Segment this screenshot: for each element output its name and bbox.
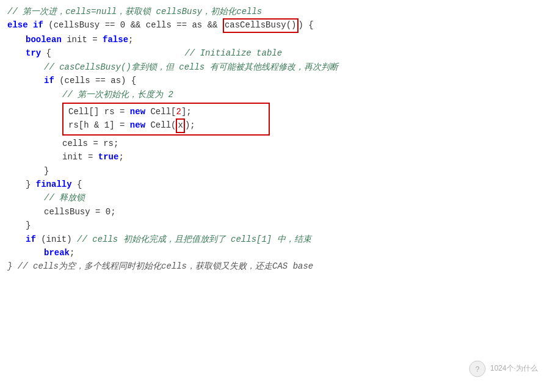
cell-type: Cell (68, 105, 89, 118)
line-cellsbusy-0: cellsBusy = 0; (7, 205, 543, 219)
kw-finally: finally (36, 178, 72, 191)
line-comment-init2: // 第一次初始化，长度为 2 (7, 88, 543, 101)
cell-x-pre: Cell( (145, 118, 176, 132)
elseif-part2: && (202, 18, 223, 32)
line-try: try { // Initialize table (7, 46, 543, 60)
keyword-as: as (192, 18, 202, 32)
cellsbusy-assign: cellsBusy = 0; (44, 205, 116, 219)
kw-else: else (7, 18, 33, 32)
cells-assign: cells = rs; (62, 137, 118, 150)
kw-new2: new (130, 118, 145, 132)
if-cells-text: (cells == (54, 74, 110, 87)
line-comment-release: // 释放锁 (7, 191, 543, 205)
line-comment-cas: // casCellsBusy()拿到锁，但 cells 有可能被其他线程修改，… (7, 60, 543, 74)
cell-x-post: ); (185, 118, 195, 132)
try-brace: { (41, 46, 51, 60)
rs-assign: rs[h & 1] = (68, 118, 130, 132)
comment-cas-text: // casCellsBusy()拿到锁，但 cells 有可能被其他线程修改，… (44, 60, 338, 74)
comment-init-table: // Initialize table (51, 46, 282, 60)
line-finally: } finally { (7, 178, 543, 191)
line-close-finally: } (7, 219, 543, 232)
init-assign: init = (62, 33, 103, 46)
highlight-block: Cell[] rs = new Cell[2]; rs[h & 1] = new… (62, 103, 270, 136)
watermark-text: 1024个·为什么 (490, 364, 538, 372)
line-last: } // cells为空，多个线程同时初始化cells，获取锁又失败，还走CAS… (7, 260, 543, 273)
kw-if2: if (44, 74, 54, 87)
num-2: 2 (176, 105, 181, 118)
comment-first-init: // 第一次初始化，长度为 2 (62, 88, 173, 101)
x-highlight: x (176, 118, 184, 133)
comment-text: // 第一次进，cells=null，获取锁 cellsBusy，初始化cell… (7, 5, 262, 18)
line-rs-h: rs[h & 1] = new Cell(x); (68, 118, 264, 133)
close-try: } (26, 178, 36, 191)
elseif-part3: ) { (299, 18, 314, 32)
svg-text:?: ? (475, 365, 479, 374)
line-if-cells: if (cells == as) { (7, 74, 543, 87)
kw-if: if (33, 18, 43, 32)
finally-brace: { (72, 178, 82, 191)
comment-release: // 释放锁 (44, 191, 85, 205)
close-brace2: } (26, 219, 31, 232)
kw-false: false (103, 33, 128, 46)
line-if-init: if (init) // cells 初始化完成，且把值放到了 cells[1]… (7, 233, 543, 246)
watermark: ? 1024个·为什么 (469, 360, 538, 377)
if-cells-brace: ) { (121, 74, 136, 87)
semicolon1: ; (128, 33, 133, 46)
kw-new1: new (130, 105, 145, 118)
comment-init-done: // cells 初始化完成，且把值放到了 cells[1] 中，结束 (77, 233, 311, 246)
cell-new: Cell[ (145, 105, 176, 118)
elseif-part1: (cellsBusy == 0 && cells == (43, 18, 192, 32)
line-cell-rs: Cell[] rs = new Cell[2]; (68, 105, 264, 118)
line-cells-rs: cells = rs; (7, 137, 543, 150)
kw-if3: if (26, 233, 36, 246)
break-semi: ; (70, 246, 74, 260)
cell-semi: ]; (181, 105, 192, 118)
kw-boolean: boolean (26, 33, 62, 46)
close-brace1: } (44, 164, 49, 178)
code-container: // 第一次进，cells=null，获取锁 cellsBusy，初始化cell… (0, 0, 550, 392)
line-init-true: init = true; (7, 150, 543, 164)
line-close-inner: } (7, 164, 543, 178)
if-init-text: (init) (36, 233, 77, 246)
cascellsbusy-highlight: casCellsBusy() (223, 18, 299, 33)
line-break: break; (7, 246, 543, 260)
as-keyword: as (110, 74, 121, 87)
watermark-icon: ? (469, 360, 486, 377)
cell-arr: [] rs = (89, 105, 130, 118)
line-elseif: else if (cellsBusy == 0 && cells == as &… (7, 18, 543, 33)
last-comment: } // cells为空，多个线程同时初始化cells，获取锁又失败，还走CAS… (7, 260, 313, 273)
kw-true: true (98, 150, 119, 164)
init-true-assign: init = (62, 150, 98, 164)
kw-break: break (44, 246, 70, 260)
line-comment1: // 第一次进，cells=null，获取锁 cellsBusy，初始化cell… (7, 5, 543, 18)
kw-try: try (26, 46, 41, 60)
init-semi: ; (118, 150, 123, 164)
line-boolean-init: boolean init = false; (7, 33, 543, 46)
